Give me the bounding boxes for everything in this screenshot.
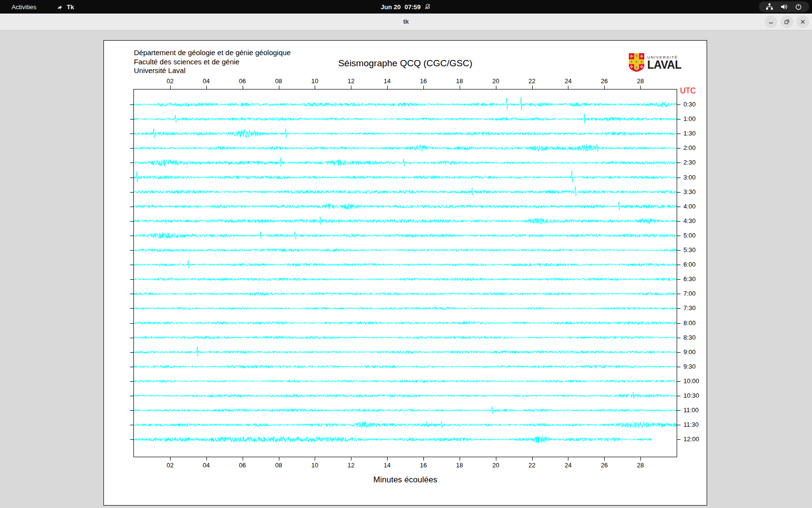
left-tick (130, 178, 133, 178)
x-tick-label-top: 02 (162, 77, 178, 85)
x-tick-bottom (640, 457, 641, 461)
left-tick (130, 439, 133, 440)
activities-button[interactable]: Activities (7, 0, 41, 14)
system-tray[interactable] (759, 1, 809, 12)
trace-row (134, 436, 651, 443)
right-tick (677, 381, 681, 382)
x-tick-label-bottom: 24 (560, 462, 576, 469)
right-tick (677, 134, 681, 134)
notifications-muted-icon (424, 3, 431, 10)
time-label: 3:00 (683, 174, 710, 181)
x-tick-top (170, 86, 171, 89)
time-label: 5:30 (683, 246, 710, 254)
tk-icon (56, 3, 63, 11)
x-tick-label-bottom: 14 (379, 462, 395, 469)
header-line-1: Département de géologie et de génie géol… (134, 48, 290, 58)
app-menu[interactable]: Tk (52, 0, 78, 14)
seismogram-plot (133, 89, 677, 457)
left-tick (130, 410, 133, 411)
x-tick-bottom (279, 457, 279, 461)
trace-row (134, 421, 677, 428)
left-tick (130, 323, 133, 324)
x-tick-top (243, 86, 243, 89)
x-tick-label-bottom: 18 (451, 462, 468, 469)
right-tick (677, 279, 681, 280)
right-tick (677, 410, 681, 411)
right-tick (677, 425, 681, 425)
clock-button[interactable]: Jun 20 07:59 (381, 0, 431, 14)
x-tick-top (460, 86, 460, 89)
x-tick-top (387, 86, 388, 89)
right-tick (677, 148, 681, 149)
time-label: 10:00 (683, 377, 710, 385)
trace-row (134, 249, 677, 252)
right-tick (677, 236, 681, 236)
trace-row (134, 171, 677, 182)
minimize-button[interactable] (765, 15, 777, 28)
network-icon (766, 3, 773, 11)
clock-time: 07:59 (405, 3, 420, 11)
time-label: 8:00 (683, 319, 710, 327)
left-tick (130, 338, 133, 338)
right-tick (677, 178, 681, 178)
time-label: 5:00 (683, 232, 710, 239)
right-tick (677, 439, 681, 440)
x-tick-label-top: 14 (379, 77, 395, 85)
time-label: 4:30 (683, 217, 710, 225)
right-tick (677, 338, 681, 338)
trace-row (134, 365, 677, 369)
left-tick (130, 207, 133, 207)
x-tick-label-bottom: 26 (596, 462, 612, 469)
time-label: 3:30 (683, 188, 710, 196)
right-tick (677, 265, 681, 265)
right-tick (677, 221, 681, 222)
trace-row (134, 307, 677, 310)
trace-row (134, 158, 677, 166)
left-tick (130, 425, 133, 425)
x-tick-label-top: 20 (488, 77, 504, 85)
x-tick-label-top: 06 (234, 77, 251, 85)
x-tick-label-bottom: 20 (488, 462, 504, 469)
x-tick-bottom (170, 457, 171, 461)
trace-row (134, 114, 677, 123)
clock-date: Jun 20 (381, 3, 401, 11)
right-tick (677, 250, 681, 251)
right-tick (677, 192, 681, 193)
x-tick-bottom (206, 457, 207, 461)
right-tick (677, 367, 681, 367)
x-tick-label-bottom: 10 (306, 462, 323, 469)
time-label: 8:30 (683, 334, 710, 342)
maximize-button[interactable] (781, 15, 793, 28)
volume-icon (780, 3, 788, 11)
time-label: 9:00 (683, 348, 710, 356)
time-label: 6:00 (683, 261, 710, 269)
time-label: 1:30 (683, 130, 710, 137)
window-titlebar[interactable]: tk (0, 14, 812, 30)
left-tick (130, 294, 133, 294)
x-tick-label-top: 04 (198, 77, 215, 85)
left-tick (130, 265, 133, 265)
close-button[interactable] (797, 15, 809, 28)
left-tick (130, 396, 133, 396)
time-label: 2:30 (683, 159, 710, 166)
right-tick (677, 294, 681, 294)
time-label: 10:30 (683, 392, 710, 400)
right-tick (677, 105, 681, 105)
x-tick-label-bottom: 28 (632, 462, 649, 469)
left-tick (130, 134, 133, 134)
laval-shield-icon (628, 53, 645, 74)
trace-row (134, 406, 677, 413)
trace-row (134, 292, 677, 296)
x-tick-top (604, 86, 605, 89)
x-tick-top (640, 86, 641, 89)
trace-row (134, 260, 677, 268)
x-tick-label-top: 08 (271, 77, 287, 85)
time-label: 7:30 (683, 304, 710, 312)
trace-row (134, 202, 677, 210)
x-tick-label-top: 12 (343, 77, 359, 85)
time-label: 2:00 (683, 144, 710, 152)
x-tick-bottom (532, 457, 533, 461)
app-menu-label: Tk (67, 3, 74, 11)
time-label: 12:00 (683, 435, 710, 443)
left-tick (130, 163, 133, 163)
